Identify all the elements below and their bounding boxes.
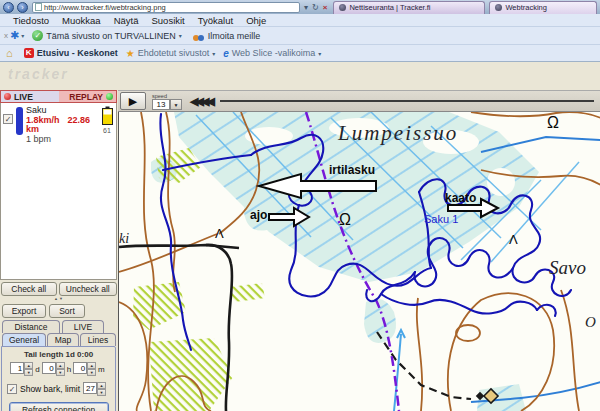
show-bark-label: Show bark, limit xyxy=(20,384,80,394)
report-label: Ilmoita meille xyxy=(208,31,261,41)
map-area: Lumpeissuo Savo O ki irtilasku ajo kaato… xyxy=(118,112,600,411)
spin-down-icon[interactable]: ▼ xyxy=(87,369,96,376)
tab-label: Webtracking xyxy=(505,3,547,12)
tail-length-label: Tail length 1d 0:00 xyxy=(3,350,114,359)
playback-bar: ▶ speed 13 ▼ ◀◀◀◀ xyxy=(118,90,600,112)
tracker-color-bar xyxy=(16,107,23,135)
tab-favicon-icon xyxy=(339,4,346,11)
menu-muokkaa[interactable]: Muokkaa xyxy=(62,15,101,26)
tail-days-value[interactable]: 1 xyxy=(10,362,24,374)
tail-days-stepper[interactable]: 1 ▲▼ xyxy=(10,362,33,376)
rewind-button[interactable]: ◀◀◀◀ xyxy=(190,95,212,108)
forward-button[interactable]: › xyxy=(17,2,28,13)
spin-up-icon[interactable]: ▲ xyxy=(24,362,33,369)
tracker-info: Saku 1.8km/h22.86 km 1 bpm xyxy=(26,106,100,144)
tab-live-settings[interactable]: LIVE xyxy=(62,320,104,333)
back-button[interactable]: ‹ xyxy=(3,2,14,13)
tab-webtracking[interactable]: Webtracking xyxy=(489,1,597,14)
spin-down-icon[interactable]: ▼ xyxy=(56,369,65,376)
list-item[interactable]: ✓ Saku 1.8km/h22.86 km 1 bpm 61 xyxy=(1,103,116,144)
bark-limit-value[interactable]: 27 xyxy=(83,382,97,394)
star-icon: ★ xyxy=(126,48,135,59)
unit-hours: h xyxy=(67,365,71,374)
export-button[interactable]: Export xyxy=(2,304,46,318)
refresh-icon[interactable]: ↻ xyxy=(312,3,319,12)
speed-select[interactable]: 13 xyxy=(152,99,170,110)
tracker-list: ✓ Saku 1.8km/h22.86 km 1 bpm 61 xyxy=(0,103,117,280)
tab-nettiseuranta[interactable]: Nettiseuranta | Tracker.fi xyxy=(333,1,485,14)
chevron-down-icon: ▾ xyxy=(318,50,321,57)
stop-icon[interactable]: × xyxy=(323,3,328,12)
map-canvas[interactable]: Lumpeissuo Savo O ki irtilasku ajo kaato… xyxy=(119,112,600,411)
tab-live[interactable]: LIVE xyxy=(1,91,59,102)
uncheck-all-button[interactable]: Uncheck all xyxy=(59,282,117,296)
speed-dropdown-icon[interactable]: ▼ xyxy=(170,99,182,110)
refresh-connection-button[interactable]: Refresh connection xyxy=(9,402,109,411)
chevron-down-icon[interactable]: ▾ xyxy=(21,32,24,39)
battery-value: 61 xyxy=(100,127,114,134)
browser-window: ‹ › http://www.tracker.fi/webtracking.pn… xyxy=(0,0,600,411)
menu-nayta[interactable]: Näytä xyxy=(114,15,139,26)
page-icon xyxy=(35,3,42,11)
spin-up-icon[interactable]: ▲ xyxy=(56,362,65,369)
menu-suosikit[interactable]: Suosikit xyxy=(151,15,184,26)
address-bar[interactable]: http://www.tracker.fi/webtracking.png xyxy=(32,2,300,13)
tab-general[interactable]: General xyxy=(2,333,46,346)
menu-bar: Tiedosto Muokkaa Näytä Suosikit Työkalut… xyxy=(0,14,600,27)
site-safe-button[interactable]: ✓ Tämä sivusto on TURVALLINEN ▾ xyxy=(32,30,182,41)
map-note-saku1: Saku 1 xyxy=(424,213,458,225)
web-slice-label: Web Slice -valikoima xyxy=(232,48,315,58)
map-label-savo: Savo xyxy=(549,257,586,278)
tab-label: Nettiseuranta | Tracker.fi xyxy=(349,3,430,12)
tracker-sidebar: LIVE REPLAY ✓ Saku 1.8km/h22.86 km 1 bpm xyxy=(0,90,117,411)
tracker-watermark: tracker xyxy=(8,66,69,82)
bark-limit-stepper[interactable]: 27 ▲▼ xyxy=(83,382,106,396)
tracker-checkbox[interactable]: ✓ xyxy=(3,114,13,124)
sort-button[interactable]: Sort xyxy=(49,304,85,318)
spin-down-icon[interactable]: ▼ xyxy=(24,369,33,376)
map-label-lumpeissuo: Lumpeissuo xyxy=(337,121,458,145)
tail-minutes-stepper[interactable]: 0 ▲▼ xyxy=(73,362,96,376)
menu-ohje[interactable]: Ohje xyxy=(246,15,266,26)
tab-lines[interactable]: Lines xyxy=(80,333,116,346)
tab-favicon-icon xyxy=(495,4,502,11)
map-note-ajo: ajo xyxy=(250,208,267,222)
security-toolbar: x ✱ ▾ ✓ Tämä sivusto on TURVALLINEN ▾ Il… xyxy=(0,27,600,45)
check-all-button[interactable]: Check all xyxy=(1,282,57,296)
tail-hours-value[interactable]: 0 xyxy=(42,362,56,374)
menu-tiedosto[interactable]: Tiedosto xyxy=(13,15,49,26)
timeline-slider[interactable] xyxy=(220,100,594,102)
tab-distance[interactable]: Distance xyxy=(2,320,60,333)
report-button[interactable]: Ilmoita meille xyxy=(190,31,261,41)
general-settings-panel: Tail length 1d 0:00 1 ▲▼ d 0 ▲▼ h 0 ▲▼ m xyxy=(1,346,116,411)
spin-up-icon[interactable]: ▲ xyxy=(87,362,96,369)
tab-replay[interactable]: REPLAY xyxy=(59,91,117,102)
spin-down-icon[interactable]: ▼ xyxy=(97,389,106,396)
web-slice-button[interactable]: e Web Slice -valikoima ▾ xyxy=(223,48,321,59)
suggested-sites-button[interactable]: ★ Ehdotetut sivustot ▾ xyxy=(126,48,216,59)
chevron-down-icon: ▾ xyxy=(179,32,182,39)
toolbar-x-icon[interactable]: x xyxy=(4,31,8,40)
spin-up-icon[interactable]: ▲ xyxy=(97,382,106,389)
replay-indicator-icon xyxy=(106,93,113,100)
favorite-home-link[interactable]: K Etusivu - Keskonet xyxy=(21,48,118,58)
snowflake-icon[interactable]: ✱ xyxy=(10,29,19,42)
splitter-handle[interactable]: ▲ ▼ xyxy=(0,296,117,302)
speed-control: speed 13 ▼ xyxy=(152,93,182,110)
home-icon[interactable]: ⌂ xyxy=(6,47,13,59)
lambda-symbol-icon: Λ xyxy=(215,226,224,241)
chevron-down-icon: ▾ xyxy=(212,50,215,57)
tail-minutes-value[interactable]: 0 xyxy=(73,362,87,374)
favorites-bar: ⌂ K Etusivu - Keskonet ★ Ehdotetut sivus… xyxy=(0,45,600,62)
tracker-heart-rate: 1 bpm xyxy=(26,135,100,145)
show-bark-checkbox[interactable]: ✓ xyxy=(7,384,17,394)
tab-map[interactable]: Map xyxy=(47,333,79,346)
site-safe-label: Tämä sivusto on TURVALLINEN xyxy=(46,31,176,41)
address-dropdown-icon[interactable]: ▾ xyxy=(304,3,308,12)
replay-tab-label: REPLAY xyxy=(69,92,103,102)
keskonet-favicon-icon: K xyxy=(24,48,34,58)
menu-tyokalut[interactable]: Työkalut xyxy=(198,15,233,26)
tail-hours-stepper[interactable]: 0 ▲▼ xyxy=(42,362,65,376)
play-button[interactable]: ▶ xyxy=(120,92,146,110)
browser-top-bar: ‹ › http://www.tracker.fi/webtracking.pn… xyxy=(0,0,600,14)
